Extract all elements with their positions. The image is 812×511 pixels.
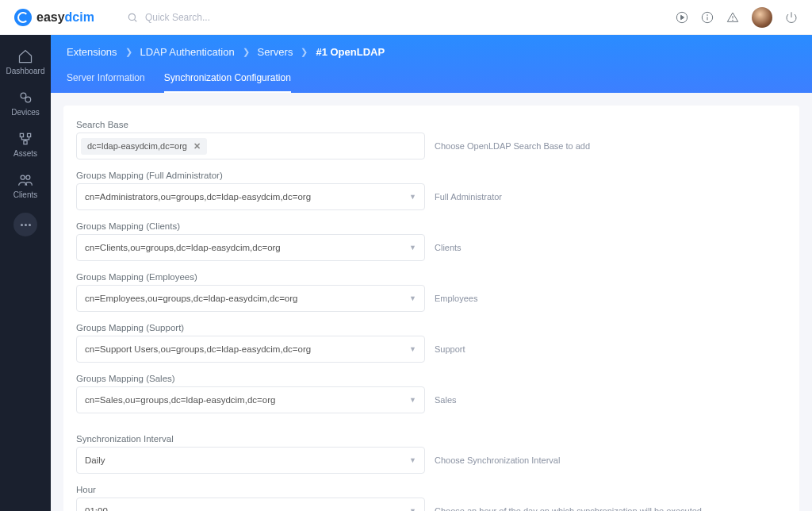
breadcrumb-link[interactable]: LDAP Authentication — [140, 46, 235, 58]
sidebar-item-devices[interactable]: Devices — [0, 84, 51, 122]
gm-employees-select[interactable]: cn=Employees,ou=groups,dc=ldap-easydcim,… — [76, 285, 425, 312]
logo-easy: easy — [36, 10, 65, 24]
select-value: cn=Employees,ou=groups,dc=ldap-easydcim,… — [85, 294, 298, 303]
svg-line-1 — [135, 19, 137, 21]
svg-point-15 — [21, 175, 25, 179]
interval-help: Choose Synchronization Interval — [435, 455, 560, 465]
avatar[interactable] — [752, 7, 772, 28]
tab-sync-configuration[interactable]: Synchronization Configuration — [164, 72, 291, 93]
gm-support-select[interactable]: cn=Support Users,ou=groups,dc=ldap-easyd… — [76, 336, 425, 363]
gm-sales-select[interactable]: cn=Sales,ou=groups,dc=ldap-easydcim,dc=o… — [76, 386, 425, 413]
search-icon[interactable] — [126, 11, 139, 24]
gm-clients-select[interactable]: cn=Clients,ou=groups,dc=ldap-easydcim,dc… — [76, 234, 425, 261]
select-value: cn=Clients,ou=groups,dc=ldap-easydcim,dc… — [85, 243, 281, 252]
people-icon — [17, 172, 33, 188]
gm-sales-label: Groups Mapping (Sales) — [76, 374, 787, 383]
breadcrumb-link[interactable]: Servers — [258, 46, 293, 58]
svg-point-10 — [21, 93, 26, 98]
topbar: easydcim — [0, 0, 812, 35]
tag-remove-icon[interactable]: ✕ — [193, 141, 201, 152]
gm-employees-label: Groups Mapping (Employees) — [76, 272, 787, 282]
tag-text: dc=ldap-easydcim,dc=org — [87, 141, 187, 151]
select-value: cn=Support Users,ou=groups,dc=ldap-easyd… — [85, 344, 311, 354]
logo-mark-icon — [14, 9, 32, 26]
form-card: Search Base dc=ldap-easydcim,dc=org ✕ Ch… — [63, 106, 799, 511]
chevron-down-icon: ▼ — [409, 193, 416, 201]
gm-admin-select[interactable]: cn=Administrators,ou=groups,dc=ldap-easy… — [76, 183, 425, 210]
content: Search Base dc=ldap-easydcim,dc=org ✕ Ch… — [51, 93, 812, 511]
breadcrumb-link[interactable]: Extensions — [67, 46, 117, 58]
svg-point-6 — [707, 14, 708, 15]
select-value: cn=Administrators,ou=groups,dc=ldap-easy… — [85, 192, 311, 202]
gm-admin-help: Full Administrator — [435, 192, 502, 202]
svg-rect-12 — [20, 133, 23, 136]
play-icon[interactable] — [676, 11, 688, 24]
chevron-right-icon: ❯ — [125, 47, 132, 57]
topbar-right — [676, 7, 798, 28]
search-base-input[interactable]: dc=ldap-easydcim,dc=org ✕ — [76, 133, 425, 159]
chevron-down-icon: ▼ — [409, 294, 416, 302]
svg-rect-14 — [24, 141, 27, 144]
chevron-down-icon: ▼ — [409, 396, 416, 404]
search-base-tag: dc=ldap-easydcim,dc=org ✕ — [81, 138, 207, 155]
chevron-right-icon: ❯ — [243, 47, 250, 57]
dot-icon — [21, 224, 23, 226]
logo-dcim: dcim — [65, 10, 94, 24]
hour-help: Choose an hour of the day on which synch… — [435, 506, 702, 511]
logo-text: easydcim — [36, 10, 94, 25]
select-value: cn=Sales,ou=groups,dc=ldap-easydcim,dc=o… — [85, 395, 275, 405]
nodes-icon — [17, 131, 33, 147]
svg-point-11 — [25, 97, 31, 102]
sidebar-item-label: Assets — [13, 149, 37, 158]
gm-clients-help: Clients — [435, 243, 462, 252]
svg-marker-3 — [681, 15, 684, 19]
svg-rect-13 — [28, 133, 31, 136]
home-icon — [17, 48, 33, 64]
select-value: 01:00 — [85, 506, 108, 511]
chevron-down-icon: ▼ — [409, 244, 416, 252]
info-icon[interactable] — [701, 11, 714, 24]
svg-point-0 — [128, 13, 135, 20]
dot-icon — [29, 224, 31, 226]
gm-employees-help: Employees — [435, 294, 477, 303]
gm-admin-label: Groups Mapping (Full Administrator) — [76, 171, 787, 180]
sidebar-item-clients[interactable]: Clients — [0, 167, 51, 205]
gm-support-label: Groups Mapping (Support) — [76, 323, 787, 332]
search-input[interactable] — [145, 12, 304, 23]
chevron-down-icon: ▼ — [409, 456, 416, 464]
interval-label: Synchronization Interval — [76, 434, 787, 444]
page-header: Extensions ❯ LDAP Authentication ❯ Serve… — [51, 35, 812, 93]
subtabs: Server Information Synchronization Confi… — [67, 72, 796, 93]
gm-clients-label: Groups Mapping (Clients) — [76, 221, 787, 231]
gm-sales-help: Sales — [435, 395, 457, 405]
select-value: Daily — [85, 455, 105, 465]
breadcrumb-current: #1 OpenLDAP — [316, 46, 385, 58]
hour-label: Hour — [76, 485, 787, 494]
more-button[interactable] — [13, 213, 37, 236]
sidebar: Dashboard Devices Assets Clients — [0, 35, 51, 511]
power-icon[interactable] — [785, 11, 798, 24]
svg-point-8 — [733, 20, 733, 21]
search-base-label: Search Base — [76, 120, 787, 129]
chevron-down-icon: ▼ — [409, 507, 416, 511]
sidebar-item-label: Clients — [13, 190, 38, 199]
gm-support-help: Support — [435, 344, 465, 354]
warning-icon[interactable] — [726, 11, 739, 24]
search-base-help: Choose OpenLDAP Search Base to add — [435, 141, 590, 151]
breadcrumb: Extensions ❯ LDAP Authentication ❯ Serve… — [67, 46, 796, 58]
chevron-right-icon: ❯ — [301, 47, 308, 57]
sidebar-item-label: Dashboard — [6, 67, 45, 75]
hour-select[interactable]: 01:00 ▼ — [76, 498, 425, 511]
sidebar-item-dashboard[interactable]: Dashboard — [0, 43, 51, 81]
sidebar-item-assets[interactable]: Assets — [0, 125, 51, 163]
search-wrap — [126, 11, 304, 24]
chevron-down-icon: ▼ — [409, 345, 416, 353]
svg-point-16 — [26, 175, 30, 179]
sidebar-item-label: Devices — [11, 108, 40, 117]
gear-icon — [17, 90, 33, 106]
logo[interactable]: easydcim — [14, 9, 94, 26]
main: Extensions ❯ LDAP Authentication ❯ Serve… — [51, 35, 812, 511]
tab-server-information[interactable]: Server Information — [67, 72, 145, 93]
dot-icon — [25, 224, 27, 226]
interval-select[interactable]: Daily ▼ — [76, 447, 425, 474]
